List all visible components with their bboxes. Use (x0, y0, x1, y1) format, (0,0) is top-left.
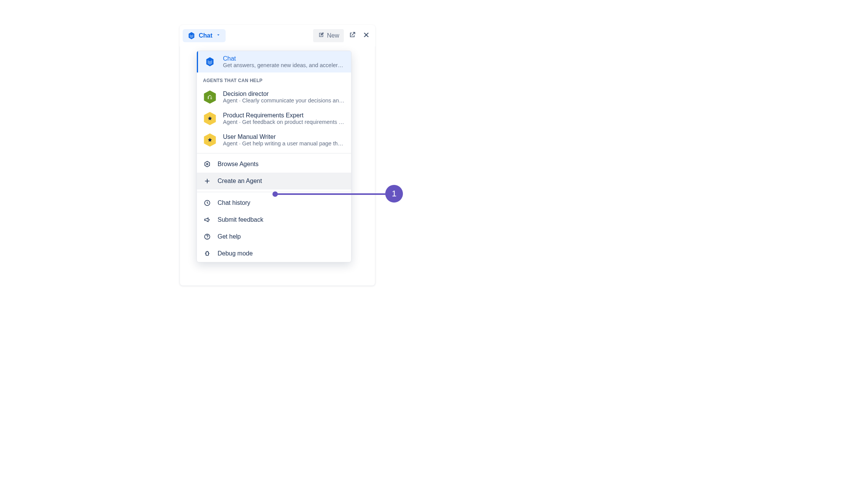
agent-avatar (203, 90, 217, 104)
chat-history-label: Chat history (218, 199, 250, 206)
dropdown-item-title: Chat (223, 55, 345, 62)
create-agent-label: Create an Agent (218, 178, 262, 185)
new-button[interactable]: New (313, 29, 344, 42)
callout-badge: 1 (385, 185, 403, 203)
help-icon (203, 233, 211, 241)
chat-history-item[interactable]: Chat history (197, 194, 351, 211)
divider (197, 153, 351, 153)
dropdown-item-subtitle: Get answers, generate new ideas, and acc… (223, 62, 345, 68)
agent-subtitle: Agent · Get feedback on product requirem… (223, 119, 345, 125)
submit-feedback-label: Submit feedback (218, 216, 263, 223)
agent-title: Product Requirements Expert (223, 112, 345, 119)
dropdown-item-chat[interactable]: Chat Get answers, generate new ideas, an… (197, 51, 351, 72)
header-actions: New (313, 29, 372, 43)
agent-avatar (203, 133, 217, 147)
agent-subtitle: Agent · Clearly communicate your decisio… (223, 97, 345, 104)
chat-dropdown: Chat Get answers, generate new ideas, an… (196, 51, 351, 262)
agent-avatar (203, 112, 217, 125)
agent-title: Decision director (223, 91, 345, 97)
new-button-label: New (327, 32, 339, 39)
browse-icon (203, 160, 211, 168)
agent-item-product-requirements[interactable]: Product Requirements Expert Agent · Get … (197, 108, 351, 129)
svg-point-0 (206, 163, 208, 165)
get-help-label: Get help (218, 233, 241, 240)
plus-icon (203, 177, 211, 185)
rovo-logo-icon (203, 55, 217, 69)
agent-item-decision-director[interactable]: Decision director Agent · Clearly commun… (197, 86, 351, 108)
chat-panel: Chat New (180, 25, 375, 46)
close-icon (363, 31, 370, 40)
callout-line (275, 193, 386, 195)
external-link-icon (348, 31, 356, 40)
chat-mode-label: Chat (199, 32, 213, 39)
clock-icon (203, 199, 211, 207)
get-help-item[interactable]: Get help (197, 228, 351, 245)
rovo-logo-icon (187, 31, 196, 40)
browse-agents-item[interactable]: Browse Agents (197, 156, 351, 173)
agent-subtitle: Agent · Get help writing a user manual p… (223, 140, 345, 147)
browse-agents-label: Browse Agents (218, 161, 259, 168)
megaphone-icon (203, 216, 211, 224)
expand-button[interactable] (346, 29, 358, 43)
chevron-down-icon (216, 32, 221, 39)
agent-item-user-manual[interactable]: User Manual Writer Agent · Get help writ… (197, 129, 351, 151)
chat-mode-selector[interactable]: Chat (183, 29, 226, 42)
compose-icon (318, 31, 325, 40)
debug-mode-label: Debug mode (218, 250, 253, 257)
agents-section-header: AGENTS THAT CAN HELP (197, 72, 351, 86)
callout-number: 1 (392, 189, 396, 199)
debug-mode-item[interactable]: Debug mode (197, 245, 351, 262)
close-button[interactable] (361, 29, 372, 42)
chat-panel-header: Chat New (180, 25, 375, 46)
svg-point-3 (207, 238, 208, 239)
agent-title: User Manual Writer (223, 133, 345, 140)
create-agent-item[interactable]: Create an Agent (197, 173, 351, 189)
submit-feedback-item[interactable]: Submit feedback (197, 211, 351, 228)
bug-icon (203, 250, 211, 257)
